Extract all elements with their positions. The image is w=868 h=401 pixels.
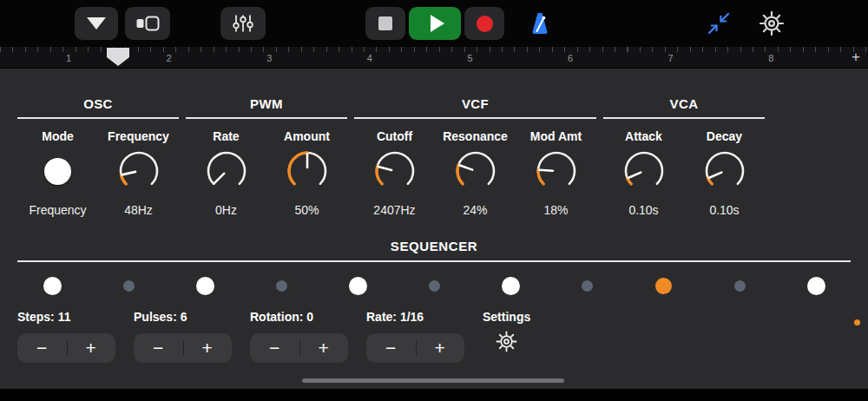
stepper-label: Steps: 11 — [17, 310, 115, 324]
control-mod-amt: Mod Amt18% — [516, 129, 596, 217]
ruler-bar-number: 6 — [568, 53, 573, 63]
step-dot-8[interactable] — [575, 274, 598, 297]
record-button[interactable] — [464, 7, 504, 40]
ruler-bar-number: 2 — [167, 53, 172, 63]
bottom-bar — [0, 389, 868, 401]
frequency-knob[interactable] — [114, 146, 164, 196]
knob-dial — [201, 146, 252, 196]
step-dot-1[interactable] — [41, 274, 63, 297]
section-title: OSC — [17, 96, 179, 119]
current-step-icon — [655, 278, 672, 294]
cutoff-knob[interactable] — [370, 146, 420, 196]
step-icon — [43, 277, 62, 295]
step-dot-3[interactable] — [194, 274, 216, 297]
step-dot-4[interactable] — [270, 274, 293, 297]
control-value: 50% — [294, 203, 319, 217]
control-label: Decay — [707, 129, 742, 143]
rotation-stepper: −+ — [250, 333, 348, 363]
stop-icon — [378, 16, 392, 30]
sequencer-title: SEQUENCER — [0, 239, 868, 253]
resonance-knob[interactable] — [450, 146, 501, 196]
steps-stepper: −+ — [17, 333, 115, 363]
stepper-label: Rotation: 0 — [250, 310, 348, 324]
rotation-decrement-button[interactable]: − — [250, 333, 299, 363]
knob-dial — [114, 146, 164, 196]
section-vca: VCAAttack0.10sDecay0.10s — [603, 96, 765, 217]
step-dot-9[interactable] — [652, 274, 674, 297]
step-dot-5[interactable] — [346, 274, 369, 297]
metronome-button[interactable] — [521, 7, 559, 40]
knob-dial — [450, 146, 501, 196]
stepper-value: 6 — [177, 310, 187, 324]
ruler-bar-number: 8 — [768, 53, 773, 63]
ruler-bar-number: 4 — [367, 53, 372, 63]
garageband-app: 12345678 + OSCModeFrequencyFrequency48Hz… — [0, 0, 868, 401]
rate-increment-button[interactable]: + — [416, 333, 465, 363]
stepper-value: 0 — [303, 310, 313, 324]
stepper-group-rotation: Rotation: 0−+ — [250, 310, 348, 363]
control-label: Rate — [213, 129, 239, 143]
horizontal-scrollbar[interactable] — [302, 378, 564, 383]
control-label: Frequency — [108, 129, 169, 143]
stop-button[interactable] — [365, 7, 405, 40]
rate-decrement-button[interactable]: − — [366, 333, 416, 363]
settings-label: Settings — [483, 310, 530, 324]
collapse-plugin-button[interactable] — [703, 7, 734, 40]
control-label: Cutoff — [377, 129, 412, 143]
add-bars-button[interactable]: + — [852, 49, 860, 66]
triangle-down-icon — [87, 17, 106, 30]
view-selector-button[interactable] — [125, 7, 170, 40]
pulses-increment-button[interactable]: + — [183, 333, 233, 363]
step-icon — [582, 280, 593, 292]
rotation-increment-button[interactable]: + — [299, 333, 349, 363]
song-sections-button[interactable] — [75, 7, 118, 40]
control-mode: ModeFrequency — [17, 129, 98, 217]
stepper-label: Rate: 1/16 — [366, 310, 464, 324]
decay-knob[interactable] — [700, 146, 750, 196]
control-value: 0.10s — [709, 203, 739, 217]
amount-knob[interactable] — [282, 146, 332, 196]
control-cutoff: Cutoff2407Hz — [354, 129, 435, 217]
rate-stepper: −+ — [366, 333, 464, 363]
play-button[interactable] — [409, 7, 461, 40]
control-label: Amount — [284, 129, 330, 143]
step-dot-7[interactable] — [499, 274, 522, 297]
pulses-decrement-button[interactable]: − — [134, 333, 183, 363]
knob-dial — [700, 146, 750, 196]
mod-amt-knob[interactable] — [531, 146, 582, 196]
step-dot-10[interactable] — [728, 274, 751, 297]
section-vcf: VCFCutoff2407HzResonance24%Mod Amt18% — [354, 96, 596, 217]
gear-icon — [758, 10, 786, 37]
step-dot-11[interactable] — [805, 274, 827, 297]
sequencer-settings-group: Settings — [483, 310, 530, 357]
step-icon — [429, 280, 440, 292]
sequencer-settings-button[interactable] — [495, 330, 518, 357]
step-dot-2[interactable] — [117, 274, 140, 297]
knob-dial — [370, 146, 420, 196]
section-osc: OSCModeFrequencyFrequency48Hz — [17, 96, 179, 217]
collapse-arrows-icon — [706, 10, 732, 36]
section-title: PWM — [186, 96, 347, 119]
stepper-label: Pulses: 6 — [134, 310, 232, 324]
attack-knob[interactable] — [619, 146, 669, 196]
rate-knob[interactable] — [201, 146, 252, 196]
control-amount: Amount50% — [266, 129, 347, 217]
knob-dial — [531, 146, 582, 196]
settings-button[interactable] — [753, 7, 790, 40]
control-decay: Decay0.10s — [684, 129, 765, 217]
stepper-group-pulses: Pulses: 6−+ — [134, 310, 232, 363]
control-label: Mode — [42, 129, 74, 143]
knob-dial — [619, 146, 669, 196]
playhead-marker[interactable] — [107, 48, 129, 66]
step-dot-6[interactable] — [423, 274, 445, 297]
control-value: 0Hz — [215, 203, 237, 217]
steps-decrement-button[interactable]: − — [17, 333, 67, 363]
track-controls-button[interactable] — [220, 7, 266, 40]
timeline-ruler[interactable]: 12345678 + — [0, 47, 868, 69]
mode-button[interactable] — [33, 146, 83, 196]
step-icon — [502, 277, 520, 295]
steps-increment-button[interactable]: + — [67, 333, 116, 363]
stepper-value: 11 — [55, 310, 71, 324]
stepper-group-rate: Rate: 1/16−+ — [366, 310, 464, 363]
ruler-bar-number: 5 — [467, 53, 472, 63]
